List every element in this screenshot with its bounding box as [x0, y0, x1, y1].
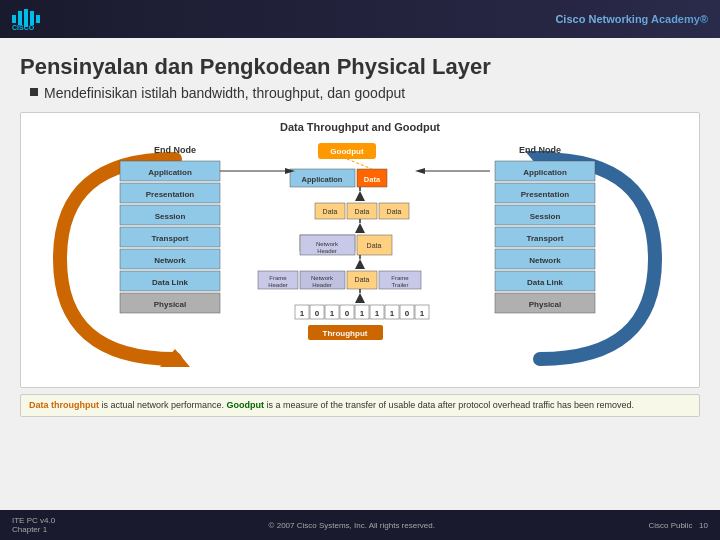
svg-text:Frame: Frame: [391, 275, 409, 281]
svg-text:Network: Network: [311, 275, 334, 281]
svg-text:Application: Application: [302, 175, 343, 184]
slide-header: CISCO Cisco Networking Academy®: [0, 0, 720, 38]
footer-center: © 2007 Cisco Systems, Inc. All rights re…: [269, 521, 435, 530]
svg-text:Frame: Frame: [269, 275, 287, 281]
svg-text:Session: Session: [155, 212, 186, 221]
cisco-logo: CISCO: [12, 7, 64, 31]
svg-text:1: 1: [420, 309, 425, 318]
bullet-icon: [30, 88, 38, 96]
svg-text:CISCO: CISCO: [12, 24, 35, 31]
svg-text:Data: Data: [355, 208, 370, 215]
slide: CISCO Cisco Networking Academy® Pensinya…: [0, 0, 720, 540]
info-text-1: is actual network performance.: [99, 400, 227, 410]
slide-title: Pensinyalan dan Pengkodean Physical Laye…: [20, 54, 700, 80]
svg-text:Network: Network: [529, 256, 561, 265]
svg-text:Session: Session: [530, 212, 561, 221]
svg-text:Application: Application: [523, 168, 567, 177]
info-goodput-label: Goodput: [227, 400, 265, 410]
content-area: Pensinyalan dan Pengkodean Physical Laye…: [0, 38, 720, 510]
svg-text:Data Link: Data Link: [527, 278, 564, 287]
svg-marker-101: [415, 168, 425, 174]
svg-rect-1: [18, 11, 22, 25]
info-text-2: is a measure of the transfer of usable d…: [264, 400, 634, 410]
info-box: Data throughput is actual network perfor…: [20, 394, 700, 417]
svg-text:Physical: Physical: [529, 300, 561, 309]
svg-text:0: 0: [345, 309, 350, 318]
svg-marker-50: [355, 223, 365, 233]
svg-text:Data: Data: [364, 175, 381, 184]
diagram-container: Data Throughput and Goodput End Node End…: [20, 112, 700, 388]
footer-left: ITE PC v4.0 Chapter 1: [12, 516, 55, 534]
svg-text:End Node: End Node: [519, 145, 561, 155]
svg-text:Data: Data: [387, 208, 402, 215]
svg-rect-4: [36, 15, 40, 23]
svg-marker-60: [355, 259, 365, 269]
svg-rect-0: [12, 15, 16, 23]
svg-text:0: 0: [315, 309, 320, 318]
svg-text:Data: Data: [367, 242, 382, 249]
svg-text:1: 1: [360, 309, 365, 318]
svg-text:Header: Header: [312, 282, 332, 288]
svg-text:Application: Application: [148, 168, 192, 177]
svg-text:Transport: Transport: [527, 234, 564, 243]
svg-text:End Node: End Node: [154, 145, 196, 155]
academy-text: Cisco Networking Academy®: [555, 13, 708, 25]
footer: ITE PC v4.0 Chapter 1 © 2007 Cisco Syste…: [0, 510, 720, 540]
svg-text:Physical: Physical: [154, 300, 186, 309]
svg-text:Presentation: Presentation: [521, 190, 570, 199]
svg-text:Header: Header: [268, 282, 288, 288]
svg-text:0: 0: [405, 309, 410, 318]
diagram-svg: End Node End Node Application Presentati…: [29, 139, 691, 379]
svg-rect-3: [30, 11, 34, 25]
svg-text:Presentation: Presentation: [146, 190, 195, 199]
info-throughput-label: Data throughput: [29, 400, 99, 410]
svg-text:Goodput: Goodput: [330, 147, 364, 156]
svg-text:Transport: Transport: [152, 234, 189, 243]
svg-text:Header: Header: [317, 248, 337, 254]
footer-right: Cisco Public 10: [648, 521, 708, 530]
svg-line-95: [347, 159, 372, 169]
academy-logo: Cisco Networking Academy®: [555, 13, 708, 25]
svg-text:Network: Network: [154, 256, 186, 265]
svg-text:1: 1: [300, 309, 305, 318]
svg-marker-42: [355, 191, 365, 201]
diagram-wrapper: End Node End Node Application Presentati…: [29, 139, 691, 379]
svg-text:Data: Data: [355, 276, 370, 283]
bullet-item: Mendefinisikan istilah bandwidth, throug…: [30, 84, 700, 104]
bullet-text: Mendefinisikan istilah bandwidth, throug…: [44, 84, 405, 104]
svg-text:1: 1: [330, 309, 335, 318]
svg-text:1: 1: [375, 309, 380, 318]
svg-text:Data: Data: [323, 208, 338, 215]
svg-text:Network: Network: [316, 241, 339, 247]
diagram-title: Data Throughput and Goodput: [29, 121, 691, 133]
svg-text:Data Link: Data Link: [152, 278, 189, 287]
svg-text:Trailer: Trailer: [392, 282, 409, 288]
svg-marker-73: [355, 293, 365, 303]
svg-text:Throughput: Throughput: [323, 329, 368, 338]
svg-text:1: 1: [390, 309, 395, 318]
